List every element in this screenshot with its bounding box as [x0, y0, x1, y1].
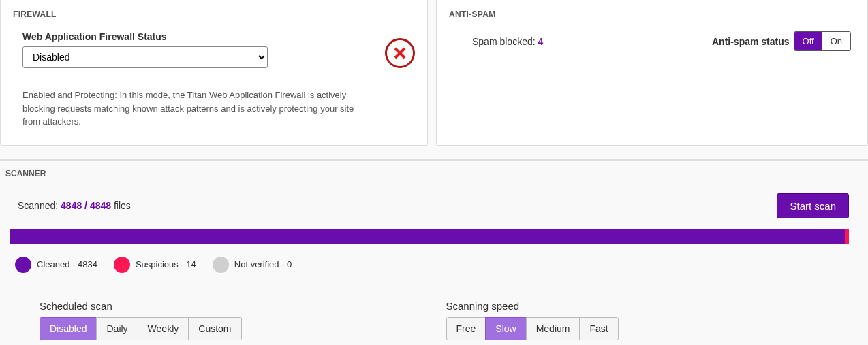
- scanning-speed-block: Scanning speed Free Slow Medium Fast Sui…: [446, 300, 628, 346]
- scheduled-scan-block: Scheduled scan Disabled Daily Weekly Cus…: [40, 300, 242, 346]
- speed-slow-button[interactable]: Slow: [485, 317, 526, 340]
- scanning-speed-segmented: Free Slow Medium Fast: [446, 317, 628, 340]
- dot-icon: [15, 257, 31, 273]
- speed-free-button[interactable]: Free: [446, 317, 486, 340]
- scanner-title: SCANNER: [5, 169, 856, 178]
- firewall-status-select[interactable]: Disabled: [22, 46, 268, 68]
- x-mark-icon: [385, 38, 415, 68]
- legend-not-verified: Not verified - 0: [213, 257, 292, 273]
- firewall-title: FIREWALL: [13, 10, 415, 19]
- antispam-toggle: Off On: [794, 31, 851, 51]
- scan-legend: Cleaned - 4834 Suspicious - 14 Not verif…: [15, 257, 856, 273]
- speed-fast-button[interactable]: Fast: [579, 317, 618, 340]
- scan-progress-bar: [10, 229, 849, 244]
- scheduled-scan-title: Scheduled scan: [40, 300, 242, 312]
- start-scan-button[interactable]: Start scan: [777, 193, 849, 218]
- antispam-panel: ANTI-SPAM Spam blocked: 4 Anti-spam stat…: [436, 0, 868, 146]
- scanning-speed-title: Scanning speed: [446, 300, 628, 312]
- progress-suspicious-segment: [845, 229, 849, 244]
- spam-blocked-text: Spam blocked: 4: [472, 36, 543, 47]
- dot-icon: [114, 257, 130, 273]
- antispam-title: ANTI-SPAM: [449, 10, 855, 19]
- legend-cleaned: Cleaned - 4834: [15, 257, 97, 273]
- spam-blocked-count: 4: [538, 36, 544, 47]
- scanner-panel: SCANNER Scanned: 4848 / 4848 files Start…: [0, 159, 868, 346]
- antispam-on-button[interactable]: On: [822, 32, 850, 50]
- scheduled-disabled-button[interactable]: Disabled: [40, 317, 97, 340]
- firewall-panel: FIREWALL Web Application Firewall Status…: [0, 0, 428, 146]
- dot-icon: [213, 257, 229, 273]
- legend-suspicious: Suspicious - 14: [114, 257, 196, 273]
- speed-medium-button[interactable]: Medium: [526, 317, 580, 340]
- scanned-text: Scanned: 4848 / 4848 files: [18, 200, 131, 211]
- firewall-status-label: Web Application Firewall Status: [22, 31, 358, 42]
- firewall-description: Enabled and Protecting: In this mode, th…: [22, 88, 358, 129]
- scheduled-scan-segmented: Disabled Daily Weekly Custom: [40, 317, 242, 340]
- scanned-value: 4848 / 4848: [61, 200, 111, 211]
- scheduled-weekly-button[interactable]: Weekly: [138, 317, 189, 340]
- scheduled-daily-button[interactable]: Daily: [96, 317, 138, 340]
- antispam-status-label: Anti-spam status: [712, 36, 790, 47]
- antispam-off-button[interactable]: Off: [794, 32, 822, 50]
- scheduled-custom-button[interactable]: Custom: [188, 317, 241, 340]
